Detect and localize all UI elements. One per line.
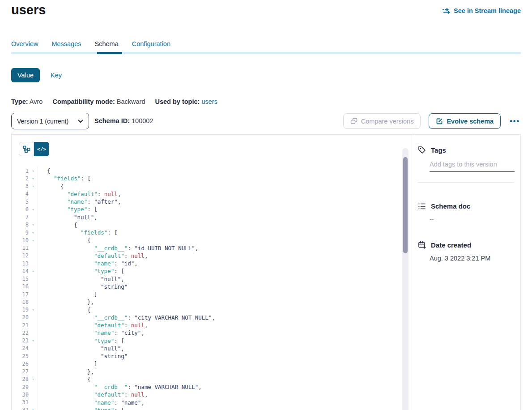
tags-section-header: Tags — [412, 146, 520, 154]
stream-lineage-link[interactable]: See in Stream lineage — [442, 7, 521, 14]
code-text: "type": [ — [38, 268, 124, 274]
code-text: "type": [ — [38, 206, 98, 213]
code-line: 23▾"type": [ — [12, 337, 404, 345]
compare-versions-button[interactable]: Compare versions — [343, 113, 421, 129]
fold-arrow-icon[interactable]: ▾ — [29, 176, 38, 181]
active-tab-indicator — [97, 52, 122, 54]
tab-messages[interactable]: Messages — [51, 40, 81, 47]
line-number: 7 — [12, 214, 29, 220]
more-actions-button[interactable]: ••• — [509, 117, 521, 125]
fold-arrow-icon[interactable]: ▾ — [29, 169, 38, 173]
line-number: 14 — [12, 268, 29, 274]
code-view-button[interactable]: </> — [34, 142, 49, 156]
line-number: 23 — [12, 337, 29, 344]
line-number: 24 — [12, 345, 29, 351]
schema-actions: Compare versions Evolve schema ••• — [343, 113, 521, 129]
schema-page: users See in Stream lineage Overview Mes… — [0, 0, 532, 410]
tab-configuration[interactable]: Configuration — [132, 40, 170, 47]
code-text: "fields": [ — [38, 175, 91, 182]
fold-arrow-icon[interactable]: ▾ — [29, 377, 38, 381]
date-created-value: Aug. 3 2022 3:21 PM — [430, 255, 520, 262]
code-line: 8▾{ — [12, 221, 404, 229]
tree-view-button[interactable] — [19, 142, 34, 156]
fold-arrow-icon[interactable]: ▾ — [29, 184, 38, 188]
fold-arrow-icon[interactable]: ▾ — [29, 222, 38, 227]
code-text: { — [38, 222, 77, 228]
tab-underline-track — [11, 52, 521, 54]
code-text: "null", — [38, 214, 98, 221]
fold-arrow-icon[interactable]: ▾ — [29, 207, 38, 212]
compatibility-value: Backward — [117, 98, 145, 105]
tab-overview[interactable]: Overview — [11, 40, 38, 47]
key-toggle-button[interactable]: Key — [51, 72, 62, 79]
version-select[interactable]: Version 1 (current) — [11, 113, 89, 129]
add-tags-input[interactable] — [430, 161, 515, 172]
line-number: 15 — [12, 276, 29, 282]
code-text: { — [38, 167, 51, 174]
code-line: 22"name": "city", — [12, 329, 404, 337]
code-text: "string" — [38, 283, 128, 290]
code-lines: 1▾{2▾"fields": [3▾{4"default": null,5"na… — [12, 167, 404, 410]
code-line: 5"name": "after", — [12, 198, 404, 205]
schema-doc-section-header: Schema doc — [412, 202, 520, 210]
line-number: 32 — [12, 407, 29, 410]
code-line: 14▾"type": [ — [12, 267, 404, 275]
fold-arrow-icon[interactable]: ▾ — [29, 408, 38, 410]
code-line: 1▾{ — [12, 167, 404, 175]
type-field: Type: Avro — [11, 98, 43, 105]
date-created-title: Date created — [431, 241, 471, 249]
sidebar-divider — [418, 182, 514, 183]
page-title: users — [11, 3, 46, 17]
evolve-schema-label: Evolve schema — [447, 118, 494, 125]
code-text: "default": null, — [38, 252, 148, 259]
schema-id-value: 100002 — [132, 117, 153, 124]
code-text: { — [38, 237, 91, 243]
line-number: 29 — [12, 384, 29, 390]
code-line: 13"name": "id", — [12, 260, 404, 267]
schema-id-label: Schema ID: — [94, 117, 130, 124]
fold-arrow-icon[interactable]: ▾ — [29, 308, 38, 312]
code-text: "name": "city", — [38, 329, 145, 336]
schema-controls-row: Version 1 (current) Schema ID: 100002 Co… — [11, 113, 521, 129]
fold-arrow-icon[interactable]: ▾ — [29, 231, 38, 235]
tab-schema[interactable]: Schema — [95, 40, 119, 47]
value-toggle-button[interactable]: Value — [11, 68, 40, 82]
line-number: 19 — [12, 307, 29, 313]
value-key-toggle: Value Key — [11, 68, 62, 82]
topic-link[interactable]: users — [201, 98, 217, 105]
editor-scrollbar[interactable] — [402, 148, 409, 410]
date-created-section-header: Date created — [412, 241, 520, 249]
code-text: "type": [ — [38, 407, 124, 410]
evolve-schema-button[interactable]: Evolve schema — [429, 113, 501, 129]
fold-arrow-icon[interactable]: ▾ — [29, 238, 38, 243]
code-text: "fields": [ — [38, 229, 118, 236]
line-number: 26 — [12, 361, 29, 367]
line-number: 12 — [12, 252, 29, 259]
fold-arrow-icon[interactable]: ▾ — [29, 269, 38, 273]
line-number: 25 — [12, 353, 29, 359]
topic-tabs: Overview Messages Schema Configuration — [11, 40, 170, 47]
code-text: { — [38, 183, 64, 190]
code-text: ] — [38, 360, 98, 367]
code-line: 7"null", — [12, 214, 404, 221]
code-text: }, — [38, 299, 94, 305]
schema-doc-title: Schema doc — [431, 202, 470, 210]
line-number: 9 — [12, 230, 29, 236]
line-number: 2 — [12, 175, 29, 182]
type-label: Type: — [11, 98, 28, 105]
code-text: "type": [ — [38, 337, 124, 344]
code-line: 2▾"fields": [ — [12, 175, 404, 182]
code-line: 28▾{ — [12, 376, 404, 383]
code-text: "__crdb__": "id UUID NOT NULL", — [38, 245, 198, 252]
code-line: 4"default": null, — [12, 190, 404, 198]
fold-arrow-icon[interactable]: ▾ — [29, 338, 38, 343]
editor-scrollbar-thumb[interactable] — [403, 157, 408, 253]
tag-icon — [418, 146, 426, 154]
code-text: "__crdb__": "city VARCHAR NOT NULL", — [38, 314, 215, 321]
code-line: 30"default": null, — [12, 391, 404, 398]
tags-title: Tags — [431, 146, 446, 154]
line-number: 18 — [12, 299, 29, 305]
line-number: 1 — [12, 168, 29, 174]
code-view-icon: </> — [37, 146, 46, 152]
code-text: { — [38, 307, 91, 313]
